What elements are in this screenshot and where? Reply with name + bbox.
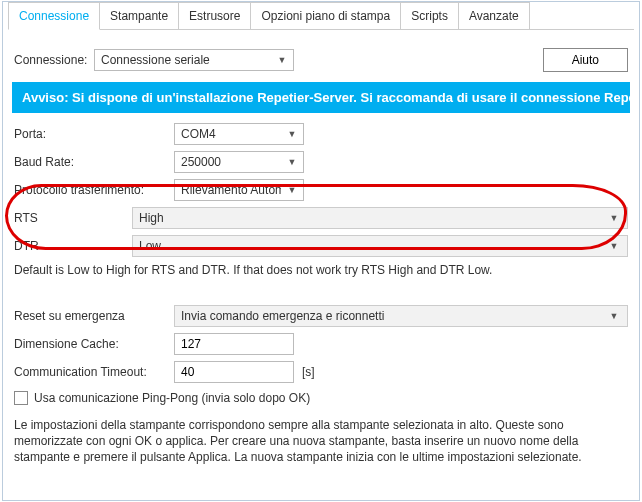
- reset-value: Invia comando emergenza e riconnetti: [181, 309, 384, 323]
- baud-label: Baud Rate:: [14, 155, 174, 169]
- protocol-select[interactable]: Rilevamento Automatico ▼: [174, 179, 304, 201]
- help-button[interactable]: Aiuto: [543, 48, 628, 72]
- tab-estrusore[interactable]: Estrusore: [178, 2, 251, 29]
- baud-value: 250000: [181, 155, 221, 169]
- settings-description: Le impostazioni della stampante corrispo…: [14, 417, 628, 466]
- rts-dtr-note: Default is Low to High for RTS and DTR. …: [14, 263, 628, 277]
- rts-value: High: [139, 211, 164, 225]
- connection-type-select[interactable]: Connessione seriale ▼: [94, 49, 294, 71]
- baud-select[interactable]: 250000 ▼: [174, 151, 304, 173]
- cache-input[interactable]: [174, 333, 294, 355]
- timeout-unit: [s]: [302, 365, 315, 379]
- tab-stampante[interactable]: Stampante: [99, 2, 179, 29]
- pingpong-checkbox[interactable]: [14, 391, 28, 405]
- timeout-input[interactable]: [174, 361, 294, 383]
- protocol-label: Protocollo trasferimento:: [14, 183, 174, 197]
- pingpong-label: Usa comunicazione Ping-Pong (invia solo …: [34, 391, 310, 405]
- rts-label: RTS: [14, 211, 132, 225]
- dtr-label: DTR: [14, 239, 132, 253]
- timeout-label: Communication Timeout:: [14, 365, 174, 379]
- chevron-down-icon: ▼: [606, 213, 622, 223]
- connection-label: Connessione:: [14, 53, 94, 67]
- chevron-down-icon: ▼: [284, 129, 300, 139]
- chevron-down-icon: ▼: [274, 55, 290, 65]
- tab-avanzate[interactable]: Avanzate: [458, 2, 530, 29]
- tab-bar: Connessione Stampante Estrusore Opzioni …: [8, 2, 634, 30]
- dtr-value: Low: [139, 239, 161, 253]
- chevron-down-icon: ▼: [284, 157, 300, 167]
- connection-type-value: Connessione seriale: [101, 53, 210, 67]
- cache-label: Dimensione Cache:: [14, 337, 174, 351]
- chevron-down-icon: ▼: [284, 185, 300, 195]
- chevron-down-icon: ▼: [606, 311, 622, 321]
- chevron-down-icon: ▼: [606, 241, 622, 251]
- protocol-value: Rilevamento Automatico: [181, 183, 281, 197]
- dtr-select[interactable]: Low ▼: [132, 235, 628, 257]
- rts-select[interactable]: High ▼: [132, 207, 628, 229]
- port-value: COM4: [181, 127, 216, 141]
- tab-piano[interactable]: Opzioni piano di stampa: [250, 2, 401, 29]
- reset-select[interactable]: Invia comando emergenza e riconnetti ▼: [174, 305, 628, 327]
- tab-connessione[interactable]: Connessione: [8, 2, 100, 30]
- port-label: Porta:: [14, 127, 174, 141]
- port-select[interactable]: COM4 ▼: [174, 123, 304, 145]
- tab-scripts[interactable]: Scripts: [400, 2, 459, 29]
- warning-banner: Avviso: Si dispone di un'installazione R…: [12, 82, 630, 113]
- reset-label: Reset su emergenza: [14, 309, 174, 323]
